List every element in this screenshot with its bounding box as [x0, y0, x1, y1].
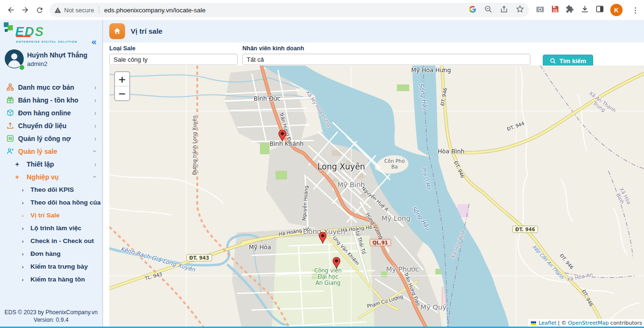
sale-type-select[interactable]: [109, 54, 238, 65]
sidebar-item-vi-tri-sale[interactable]: ›Vị trí Sale: [0, 209, 102, 222]
map-label: Long Xuyên: [317, 162, 365, 171]
sitemap-icon: [7, 84, 18, 91]
map-label: ĐT. 944: [506, 121, 525, 132]
map-marker[interactable]: [332, 257, 341, 271]
map-label: Xã Mỹ Hòa Hưng: [305, 90, 332, 128]
reload-icon[interactable]: [32, 3, 47, 17]
share-icon[interactable]: [500, 5, 508, 15]
gift-icon: [7, 96, 18, 103]
chevron-down-icon: ›: [91, 176, 99, 178]
plus-icon: +: [15, 160, 27, 168]
sidebar-item-theo-doi-hoa-hong-cua-sale[interactable]: ›Theo dõi hoa hồng của sale: [0, 196, 102, 209]
map-marker[interactable]: [318, 232, 327, 246]
sidebar-item-label: Vị trí Sale: [30, 212, 102, 219]
sidebar-item-lo-trinh-lam-viec[interactable]: ›Lộ trình làm việc: [0, 222, 102, 234]
sidebar-item-label: Kiểm tra hàng tồn: [30, 276, 102, 283]
map-label: ĐT. 946: [581, 289, 594, 308]
sidebar-item-thiet-lap[interactable]: +Thiết lập›: [0, 158, 102, 170]
map-label: TL. 943: [144, 272, 163, 281]
map-overlays: Mỹ Hòa HưngBình ĐứcBình KhánhLong XuyênM…: [109, 66, 644, 327]
profile-avatar[interactable]: K: [610, 4, 623, 16]
user-info[interactable]: Huỳnh Nhựt Thắng admin2: [0, 48, 102, 74]
zoom-out-button[interactable]: −: [115, 86, 129, 100]
map-label: Xã Hòa An: [567, 272, 593, 283]
sidebar-menu: Danh mục cơ bản›Bán hàng - tồn kho›Đơn h…: [0, 81, 102, 289]
back-icon[interactable]: [4, 3, 18, 17]
osm-link[interactable]: OpenStreetMap: [568, 320, 609, 326]
split-screen-icon[interactable]: [596, 5, 604, 15]
salesperson-select[interactable]: [242, 54, 530, 65]
bookmark-star-icon[interactable]: [516, 5, 524, 15]
ledger-icon: [7, 135, 18, 142]
save-extension-icon[interactable]: [551, 5, 559, 15]
browser-toolbar: Not secure eds.phoenixcompany.vn/locate-…: [0, 0, 644, 20]
chevron-right-icon: ›: [95, 160, 96, 168]
map-label: Phà Ô Môi: [421, 166, 432, 190]
map-canvas[interactable]: Mỹ Hòa HưngBình ĐứcBình KhánhLong XuyênM…: [109, 66, 644, 327]
sidebar-item-kiem-tra-hang-ton[interactable]: ›Kiểm tra hàng tồn: [0, 273, 102, 286]
chevron-right-icon: ›: [95, 134, 96, 142]
caret-icon: ›: [22, 264, 30, 270]
logo-text: EDS: [15, 25, 45, 39]
chevron-right-icon: ›: [95, 109, 96, 117]
sidebar-item-label: Quản lý công nợ: [18, 135, 94, 142]
sidebar-item-quan-ly-sale[interactable]: Quản lý sale›: [0, 145, 102, 158]
map-label: Hà Hoàng Hổ: [278, 226, 310, 237]
sidebar-item-quan-ly-cong-no[interactable]: Quản lý công nợ›: [0, 132, 102, 145]
sidebar-item-theo-doi-kpis[interactable]: ›Theo dõi KPIS: [0, 183, 102, 196]
sidebar-item-label: Thiết lập: [27, 160, 94, 168]
zoom-icon[interactable]: [484, 5, 492, 15]
sidebar-collapse-icon[interactable]: «: [91, 37, 96, 46]
ukraine-flag-icon: [531, 321, 536, 325]
footer-version: Version: 0.9.4: [0, 317, 102, 323]
sidebar-item-ban-hang-ton-kho[interactable]: Bán hàng - tồn kho›: [0, 94, 102, 106]
map-label: Xã An Thạnh Trung: [579, 87, 622, 122]
map-label: Kênh Rạch Giá-Long Xuyên: [120, 246, 196, 273]
map-label: ĐT. 946: [440, 87, 448, 106]
map-label: Nguyễn Huệ A: [361, 186, 390, 212]
not-secure-warning[interactable]: Not secure: [54, 7, 94, 14]
zoom-in-button[interactable]: +: [115, 72, 129, 86]
cube-icon: [7, 109, 18, 116]
url-text: eds.phoenixcompany.vn/locate-sale: [104, 7, 206, 14]
logo-underline: [16, 36, 30, 37]
leaflet-link[interactable]: Leaflet: [538, 320, 556, 326]
google-icon[interactable]: [469, 5, 477, 15]
sidebar-item-chuyen-du-lieu[interactable]: Chuyển dữ liệu›: [0, 119, 102, 132]
caret-icon: ›: [22, 225, 30, 231]
map-label: Mỹ Long: [382, 215, 411, 222]
upload-icon: [7, 122, 18, 129]
extensions-puzzle-icon[interactable]: [566, 5, 574, 15]
sidebar-item-label: Bán hàng - tồn kho: [18, 96, 94, 104]
sidebar-item-check-in-check-out[interactable]: ›Check in - Check out: [0, 234, 102, 247]
sidebar-item-kiem-tra-trung-bay[interactable]: ›Kiểm tra trưng bày: [0, 260, 102, 273]
url-bar[interactable]: Not secure eds.phoenixcompany.vn/locate-…: [49, 3, 529, 17]
home-button[interactable]: [109, 23, 125, 39]
road-ref-badge: QL.91: [370, 239, 391, 246]
sidebar-item-nghiep-vu[interactable]: +Nghiệp vụ›: [0, 170, 102, 183]
map-marker[interactable]: [278, 130, 287, 144]
security-label: Not secure: [64, 7, 94, 14]
forward-icon[interactable]: [18, 3, 32, 17]
sidebar-item-don-hang[interactable]: ›Đơn hàng: [0, 247, 102, 260]
map-label: Nguyễn Hoàng: [301, 186, 309, 221]
map-label: Xã Hòa Bình: [613, 185, 633, 210]
map-label: Mỹ Bình: [337, 181, 365, 188]
menu-dots-icon[interactable]: ⋮: [632, 6, 639, 15]
online-status-dot: [19, 65, 25, 70]
map-label: Mỹ Hòa: [249, 244, 271, 251]
download-icon[interactable]: [580, 5, 589, 16]
sidebar-item-label: Đơn hàng: [30, 250, 102, 257]
caret-icon: ›: [22, 200, 30, 206]
map-label: ĐT. 946: [453, 160, 465, 178]
sidebar-item-don-hang-online[interactable]: Đơn hàng online›: [0, 106, 102, 119]
sidebar-item-label: Kiểm tra trưng bày: [30, 263, 102, 270]
road-ref-badge: ĐT. 943: [186, 254, 212, 262]
sidebar-item-danh-muc-co-ban[interactable]: Danh mục cơ bản›: [0, 81, 102, 94]
page-header: Vị trí sale: [103, 20, 644, 42]
logo-squares-icon: [4, 22, 14, 34]
camera-extension-icon[interactable]: [536, 5, 545, 16]
search-button-label: Tìm kiếm: [559, 57, 586, 65]
sidebar-item-label: Lộ trình làm việc: [30, 225, 102, 232]
map-label: Bình Khánh: [269, 141, 304, 147]
